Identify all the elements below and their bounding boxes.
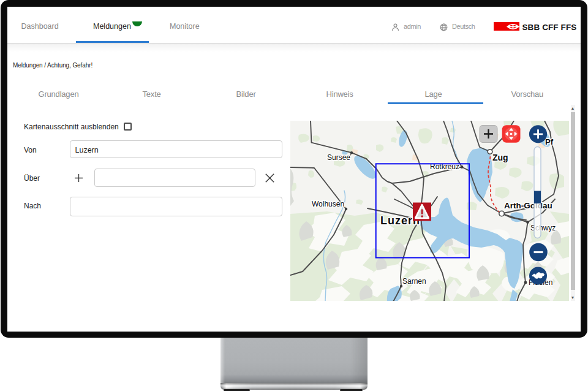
svg-text:Wolhusen: Wolhusen xyxy=(312,200,344,208)
svg-text:Zug: Zug xyxy=(492,152,508,162)
svg-text:Sursee: Sursee xyxy=(327,153,350,162)
svg-text:Pf: Pf xyxy=(545,137,554,146)
svg-text:Sarnen: Sarnen xyxy=(402,277,426,286)
svg-text:Arth-Goldau: Arth-Goldau xyxy=(504,201,552,210)
